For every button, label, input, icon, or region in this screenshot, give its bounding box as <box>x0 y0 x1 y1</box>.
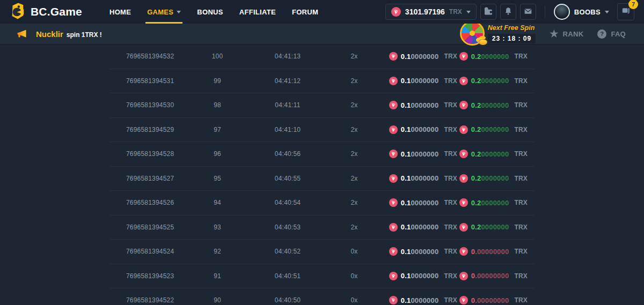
payout-currency: TRX <box>514 175 528 182</box>
bet-currency: TRX <box>444 101 457 109</box>
free-spin-label: Next Free Spin <box>488 24 535 32</box>
brand-logo-icon <box>10 2 26 22</box>
payout-amount: 0.00000000 <box>471 296 509 304</box>
notifications-button[interactable] <box>500 4 516 20</box>
bet-amount: 0.10000000 <box>401 150 439 158</box>
payout-cell: 0.00000000 TRX <box>462 272 534 280</box>
username: BOOBS <box>574 8 601 16</box>
bet-row[interactable]: 7696581394529 97 04:41:10 2x 0.10000000 … <box>110 118 534 143</box>
bet-time: 04:40:56 <box>236 150 339 158</box>
payout-cell: 0.20000000 TRX <box>462 174 534 183</box>
bet-amount-cell: 0.10000000 TRX <box>369 52 462 61</box>
payout-amount: 0.20000000 <box>471 53 509 61</box>
bet-row[interactable]: 7696581394524 92 04:40:52 0x 0.10000000 … <box>110 240 534 264</box>
announcement-link[interactable]: Nucklir spin 1TRX ! <box>27 29 102 39</box>
bet-row[interactable]: 7696581394528 96 04:40:56 2x 0.10000000 … <box>110 142 534 167</box>
free-spin-widget[interactable]: Next Free Spin 23 : 18 : 09 <box>460 23 536 46</box>
bet-id: 7696581394529 <box>110 126 199 133</box>
bet-id: 7696581394522 <box>110 296 199 304</box>
bet-time: 04:41:11 <box>236 101 339 109</box>
rank-button[interactable]: ★ RANK <box>550 29 583 39</box>
trx-coin-icon <box>459 198 468 207</box>
bet-nonce: 94 <box>199 199 236 206</box>
user-menu[interactable]: BOOBS <box>554 4 609 20</box>
bet-nonce: 91 <box>199 272 236 280</box>
bet-multiplier: 2x <box>339 77 369 85</box>
bet-row[interactable]: 7696581394522 90 04:40:50 0x 0.10000000 … <box>110 288 534 305</box>
bell-icon <box>503 6 513 18</box>
bet-amount: 0.10000000 <box>401 248 439 256</box>
bet-multiplier: 2x <box>339 53 369 60</box>
bet-row[interactable]: 7696581394526 94 04:40:54 2x 0.10000000 … <box>110 191 534 215</box>
announcement-text: spin 1TRX ! <box>67 31 102 39</box>
bet-multiplier: 2x <box>339 224 369 231</box>
nav-item-games[interactable]: GAMES <box>139 0 189 24</box>
bet-currency: TRX <box>444 150 457 158</box>
nav-item-affiliate[interactable]: AFFILIATE <box>231 0 284 24</box>
bet-time: 04:40:53 <box>236 224 339 231</box>
faq-label: FAQ <box>611 30 626 38</box>
chat-button[interactable]: 7 <box>617 3 634 20</box>
payout-currency: TRX <box>514 296 528 304</box>
balance-amount: 3101.97196 <box>405 8 445 16</box>
bet-multiplier: 2x <box>339 101 369 109</box>
trx-coin-icon <box>389 272 398 280</box>
header-right: 3101.97196 TRX BOOBS <box>385 3 634 20</box>
payout-cell: 0.20000000 TRX <box>462 150 534 158</box>
payout-amount: 0.20000000 <box>471 150 509 158</box>
payout-cell: 0.00000000 TRX <box>462 296 534 304</box>
bet-nonce: 100 <box>199 53 236 60</box>
rank-label: RANK <box>563 30 584 38</box>
trx-coin-icon <box>389 247 398 256</box>
messages-button[interactable] <box>520 4 536 20</box>
balance-selector[interactable]: 3101.97196 TRX <box>385 4 477 20</box>
bet-time: 04:41:10 <box>236 126 339 133</box>
bet-row[interactable]: 7696581394530 98 04:41:11 2x 0.10000000 … <box>110 93 534 118</box>
wallet-button[interactable] <box>480 4 496 20</box>
nav-item-home[interactable]: HOME <box>101 0 139 24</box>
nav-item-bonus[interactable]: BONUS <box>189 0 231 24</box>
payout-cell: 0.20000000 TRX <box>462 77 534 85</box>
brand-logo[interactable]: BC.Game <box>10 2 82 22</box>
chevron-down-icon <box>605 11 609 13</box>
chevron-down-icon <box>466 11 471 13</box>
bet-row[interactable]: 7696581394531 99 04:41:12 2x 0.10000000 … <box>110 69 534 94</box>
bet-row[interactable]: 7696581394527 95 04:40:55 2x 0.10000000 … <box>110 167 534 191</box>
payout-cell: 0.20000000 TRX <box>462 198 534 207</box>
bet-currency: TRX <box>444 175 457 182</box>
trx-coin-icon <box>389 101 398 109</box>
bet-row[interactable]: 7696581394525 93 04:40:53 2x 0.10000000 … <box>110 215 534 240</box>
bet-amount: 0.10000000 <box>401 199 439 207</box>
bet-row[interactable]: 7696581394523 91 04:40:51 0x 0.10000000 … <box>110 264 534 289</box>
bet-amount-cell: 0.10000000 TRX <box>369 101 462 109</box>
trx-coin-icon <box>459 52 468 61</box>
payout-currency: TRX <box>514 53 528 60</box>
bet-amount-cell: 0.10000000 TRX <box>369 296 462 304</box>
trx-coin-icon <box>459 174 468 183</box>
bet-currency: TRX <box>444 53 457 60</box>
bet-row[interactable]: 7696581394532 100 04:41:13 2x 0.10000000… <box>110 44 534 69</box>
payout-currency: TRX <box>514 77 528 85</box>
coins-icon <box>479 39 487 45</box>
trx-coin-icon <box>391 7 401 17</box>
nav-item-forum[interactable]: FORUM <box>284 0 326 24</box>
top-navbar: BC.Game HOME GAMES BONUS AFFILIATE FORUM… <box>0 0 644 24</box>
bet-multiplier: 0x <box>339 248 369 255</box>
envelope-icon <box>523 6 533 18</box>
bet-currency: TRX <box>444 126 457 133</box>
payout-cell: 0.00000000 TRX <box>462 247 534 256</box>
bet-time: 04:40:55 <box>236 175 339 182</box>
payout-amount: 0.20000000 <box>471 199 509 207</box>
payout-amount: 0.00000000 <box>471 272 509 280</box>
bet-multiplier: 2x <box>339 175 369 182</box>
faq-button[interactable]: ? FAQ <box>597 29 626 39</box>
bet-id: 7696581394530 <box>110 101 199 109</box>
bet-amount-cell: 0.10000000 TRX <box>369 150 462 158</box>
bet-amount-cell: 0.10000000 TRX <box>369 125 462 134</box>
trx-coin-icon <box>389 296 398 304</box>
payout-cell: 0.20000000 TRX <box>462 125 534 134</box>
payout-cell: 0.20000000 TRX <box>462 223 534 232</box>
bet-time: 04:40:50 <box>236 296 339 304</box>
bet-amount: 0.10000000 <box>401 296 439 304</box>
bet-nonce: 92 <box>199 248 236 255</box>
